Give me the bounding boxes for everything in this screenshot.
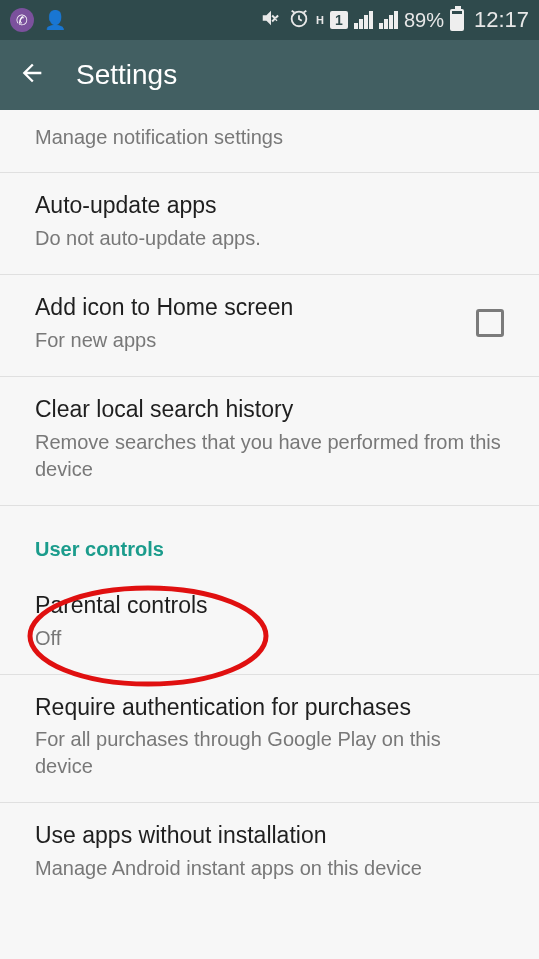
- clock: 12:17: [474, 7, 529, 33]
- row-subtitle: Remove searches that you have performed …: [35, 429, 504, 483]
- add-home-checkbox[interactable]: [476, 309, 504, 337]
- row-add-home-icon[interactable]: Add icon to Home screen For new apps: [0, 275, 539, 377]
- row-require-auth[interactable]: Require authentication for purchases For…: [0, 675, 539, 804]
- page-title: Settings: [76, 59, 177, 91]
- section-user-controls: User controls: [0, 506, 539, 573]
- row-title: Require authentication for purchases: [35, 693, 504, 723]
- volume-mute-icon: [260, 7, 282, 34]
- row-title: Use apps without installation: [35, 821, 504, 851]
- row-title: Manage notification settings: [35, 124, 504, 150]
- signal-icon-1: [354, 11, 373, 29]
- signal-icon-2: [379, 11, 398, 29]
- row-clear-history[interactable]: Clear local search history Remove search…: [0, 377, 539, 506]
- row-subtitle: Off: [35, 625, 504, 652]
- sim-indicator: 1: [330, 11, 348, 29]
- row-title: Parental controls: [35, 591, 504, 621]
- row-subtitle: Manage Android instant apps on this devi…: [35, 855, 504, 882]
- row-title: Clear local search history: [35, 395, 504, 425]
- status-bar: ✆ 👤 H 1 89% 12:17: [0, 0, 539, 40]
- row-instant-apps[interactable]: Use apps without installation Manage And…: [0, 803, 539, 904]
- row-subtitle: For all purchases through Google Play on…: [35, 726, 504, 780]
- viber-icon: ✆: [10, 8, 34, 32]
- row-title: Auto-update apps: [35, 191, 504, 221]
- back-arrow-icon[interactable]: [18, 59, 46, 91]
- data-indicator: H: [316, 15, 324, 26]
- alarm-icon: [288, 7, 310, 34]
- row-parental-controls[interactable]: Parental controls Off: [0, 573, 539, 675]
- battery-icon: [450, 9, 464, 31]
- row-auto-update[interactable]: Auto-update apps Do not auto-update apps…: [0, 173, 539, 275]
- user-app-icon: 👤: [44, 9, 66, 31]
- row-subtitle: Do not auto-update apps.: [35, 225, 504, 252]
- app-bar: Settings: [0, 40, 539, 110]
- battery-text: 89%: [404, 9, 444, 32]
- row-notifications[interactable]: Manage notification settings: [0, 110, 539, 173]
- row-subtitle: For new apps: [35, 327, 456, 354]
- settings-list: Manage notification settings Auto-update…: [0, 110, 539, 904]
- row-title: Add icon to Home screen: [35, 293, 456, 323]
